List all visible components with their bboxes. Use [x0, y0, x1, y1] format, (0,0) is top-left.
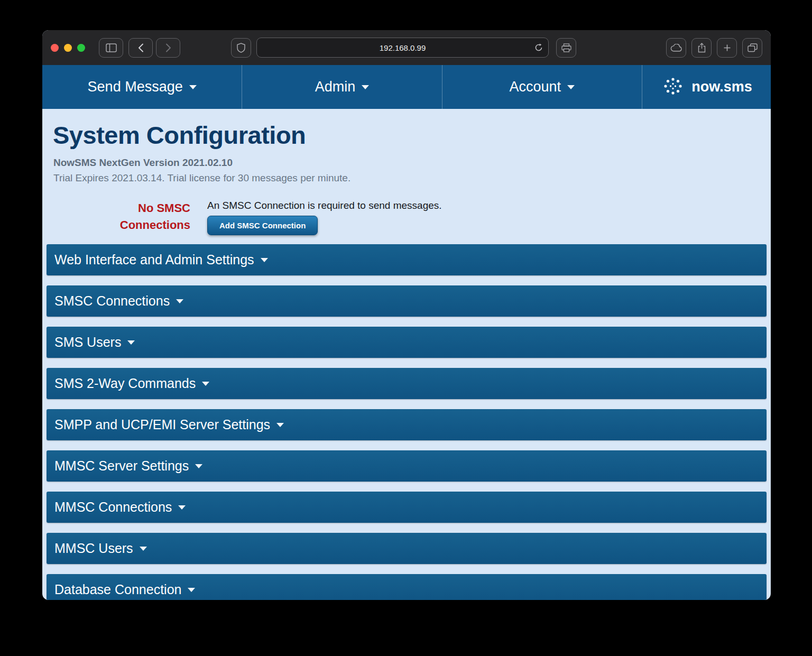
section-label: MMSC Users [54, 541, 133, 556]
config-sections: Web Interface and Admin Settings SMSC Co… [42, 244, 771, 600]
zoom-window-button[interactable] [77, 44, 85, 52]
address-text: 192.168.0.99 [380, 43, 426, 52]
brand-name: now.sms [691, 79, 752, 95]
chevron-down-icon [261, 258, 268, 262]
chevron-down-icon [176, 299, 183, 303]
section-label: MMSC Server Settings [54, 458, 189, 474]
section-label: SMS 2-Way Commands [54, 376, 196, 391]
chevron-down-icon [195, 464, 202, 468]
nowsms-logo-icon [661, 77, 685, 98]
section-sms-2way-commands[interactable]: SMS 2-Way Commands [47, 368, 767, 399]
sidebar-toggle-button[interactable] [99, 38, 123, 58]
browser-toolbar: 192.168.0.99 [42, 30, 771, 65]
chevron-down-icon [189, 85, 197, 89]
icloud-tabs-button[interactable] [666, 38, 686, 58]
tab-overview-button[interactable] [742, 38, 762, 58]
section-label: SMPP and UCP/EMI Server Settings [54, 417, 270, 432]
close-window-button[interactable] [51, 44, 59, 52]
section-smpp-ucp-emi-server-settings[interactable]: SMPP and UCP/EMI Server Settings [47, 409, 767, 440]
section-label: Web Interface and Admin Settings [54, 252, 254, 267]
section-mmsc-connections[interactable]: MMSC Connections [47, 492, 767, 523]
tabs-icon [748, 43, 758, 52]
chevron-right-icon [165, 43, 171, 52]
section-sms-users[interactable]: SMS Users [47, 327, 767, 358]
shield-icon [237, 43, 245, 53]
page-title: System Configuration [53, 121, 771, 150]
smsc-alert: No SMSC Connections An SMSC Connection i… [106, 200, 771, 235]
address-bar[interactable]: 192.168.0.99 [256, 38, 549, 58]
version-text: NowSMS NextGen Version 2021.02.10 [53, 157, 771, 169]
traffic-lights [51, 44, 85, 52]
chevron-down-icon [362, 85, 369, 89]
nav-send-message-label: Send Message [88, 79, 183, 95]
add-smsc-connection-button[interactable]: Add SMSC Connection [207, 216, 318, 235]
chevron-left-icon [138, 43, 144, 52]
nav-admin[interactable]: Admin [242, 65, 442, 109]
section-label: SMSC Connections [54, 293, 170, 309]
section-database-connection[interactable]: Database Connection [47, 574, 767, 600]
nav-admin-label: Admin [315, 79, 356, 95]
chevron-down-icon [202, 382, 209, 386]
page-content: System Configuration NowSMS NextGen Vers… [42, 109, 771, 600]
printer-icon [561, 43, 571, 52]
section-mmsc-server-settings[interactable]: MMSC Server Settings [47, 450, 767, 482]
chevron-down-icon [567, 85, 575, 89]
section-label: SMS Users [54, 335, 121, 350]
no-smsc-connections-label: No SMSC Connections [106, 200, 190, 234]
print-button[interactable] [556, 38, 576, 58]
chevron-down-icon [178, 505, 186, 510]
chevron-down-icon [276, 423, 284, 427]
forward-button[interactable] [156, 38, 180, 58]
sidebar-icon [106, 43, 117, 52]
smsc-required-message: An SMSC Connection is required to send m… [207, 200, 442, 211]
plus-icon [723, 44, 731, 52]
site-nav: Send Message Admin Account [42, 65, 771, 109]
section-web-interface-admin-settings[interactable]: Web Interface and Admin Settings [47, 244, 767, 275]
cloud-icon [670, 44, 682, 52]
share-icon [698, 43, 706, 53]
reload-icon[interactable] [534, 43, 543, 52]
nav-send-message[interactable]: Send Message [42, 65, 242, 109]
nav-account[interactable]: Account [442, 65, 642, 109]
brand-logo: now.sms [642, 65, 771, 109]
back-button[interactable] [128, 38, 153, 58]
section-label: Database Connection [54, 582, 181, 597]
browser-window: 192.168.0.99 [42, 30, 771, 600]
trial-text: Trial Expires 2021.03.14. Trial license … [53, 172, 771, 184]
share-button[interactable] [691, 38, 712, 58]
new-tab-button[interactable] [717, 38, 737, 58]
chevron-down-icon [140, 547, 147, 551]
chevron-down-icon [188, 588, 195, 592]
section-mmsc-users[interactable]: MMSC Users [47, 533, 767, 564]
section-label: MMSC Connections [54, 500, 172, 515]
chevron-down-icon [127, 340, 135, 345]
minimize-window-button[interactable] [64, 44, 72, 52]
privacy-report-button[interactable] [231, 38, 251, 58]
section-smsc-connections[interactable]: SMSC Connections [47, 285, 767, 317]
nav-account-label: Account [510, 79, 561, 95]
